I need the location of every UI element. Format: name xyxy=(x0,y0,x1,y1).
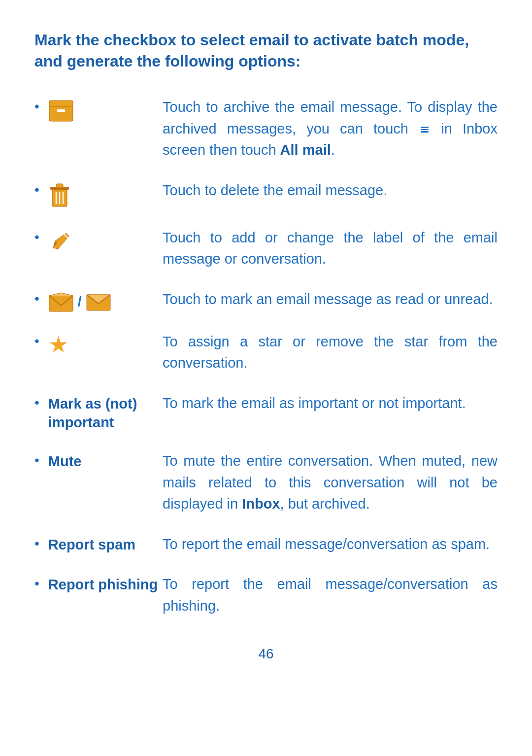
list-item: • Touch to delete the email message. xyxy=(34,180,498,208)
bullet-dot: • xyxy=(34,453,39,467)
svg-rect-5 xyxy=(56,184,63,188)
desc-report-phishing: To report the email message/conversation… xyxy=(163,574,498,617)
desc-mute: To mute the entire conversation. When mu… xyxy=(163,450,498,515)
svg-rect-1 xyxy=(49,101,73,106)
bullet-col-report-spam: • Report spam xyxy=(34,534,163,554)
report-spam-label: Report spam xyxy=(48,536,135,554)
list-item: • Touch to add or change the label of th… xyxy=(34,227,498,270)
desc-archive: Touch to archive the email message. To d… xyxy=(163,97,498,161)
page-number: 46 xyxy=(34,646,498,662)
list-item: • Mute To mute the entire conversation. … xyxy=(34,450,498,515)
bullet-col-archive: • xyxy=(34,97,163,122)
menu-lines-icon xyxy=(421,127,429,133)
svg-marker-10 xyxy=(53,233,69,249)
list-item: • Report spam To report the email messag… xyxy=(34,534,498,555)
bullet-dot: • xyxy=(34,334,39,348)
report-phishing-label: Report phishing xyxy=(48,576,158,594)
delete-icon xyxy=(48,182,71,208)
bullet-dot: • xyxy=(34,537,39,550)
bullet-col-mark-important: • Mark as (not) important xyxy=(34,393,163,432)
mute-label: Mute xyxy=(48,452,82,471)
list-item: • / Touch to mark an email message as re… xyxy=(34,289,498,312)
desc-report-spam: To report the email message/conversation… xyxy=(163,534,498,555)
mark-important-label: Mark as (not) important xyxy=(48,395,163,432)
archive-icon xyxy=(48,99,74,122)
page-title: Mark the checkbox to select email to act… xyxy=(34,30,498,72)
desc-mark-important: To mark the email as important or not im… xyxy=(163,393,498,414)
desc-star: To assign a star or remove the star from… xyxy=(163,331,498,374)
bullet-col-star: • ★ xyxy=(34,331,163,356)
bullet-col-delete: • xyxy=(34,180,163,208)
bullet-dot: • xyxy=(34,577,39,590)
star-icon: ★ xyxy=(48,333,68,356)
desc-label: Touch to add or change the label of the … xyxy=(163,227,498,270)
bullet-col-label: • xyxy=(34,227,163,254)
bullet-dot: • xyxy=(34,292,39,306)
list-item: • Touch to archive the email message. To… xyxy=(34,97,498,161)
items-list: • Touch to archive the email message. To… xyxy=(34,97,498,617)
bullet-col-read: • / xyxy=(34,289,163,312)
bullet-dot: • xyxy=(34,100,39,113)
read-unread-icon: / xyxy=(48,291,111,312)
bullet-col-mute: • Mute xyxy=(34,450,163,471)
label-icon xyxy=(48,229,73,254)
bullet-dot: • xyxy=(34,183,39,197)
list-item: • Report phishing To report the email me… xyxy=(34,574,498,617)
list-item: • Mark as (not) important To mark the em… xyxy=(34,393,498,432)
desc-delete: Touch to delete the email message. xyxy=(163,180,498,202)
list-item: • ★ To assign a star or remove the star … xyxy=(34,331,498,374)
svg-rect-2 xyxy=(57,109,65,112)
bullet-dot: • xyxy=(34,230,39,244)
bullet-dot: • xyxy=(34,396,39,410)
bullet-col-report-phishing: • Report phishing xyxy=(34,574,163,594)
desc-read: Touch to mark an email message as read o… xyxy=(163,289,498,310)
